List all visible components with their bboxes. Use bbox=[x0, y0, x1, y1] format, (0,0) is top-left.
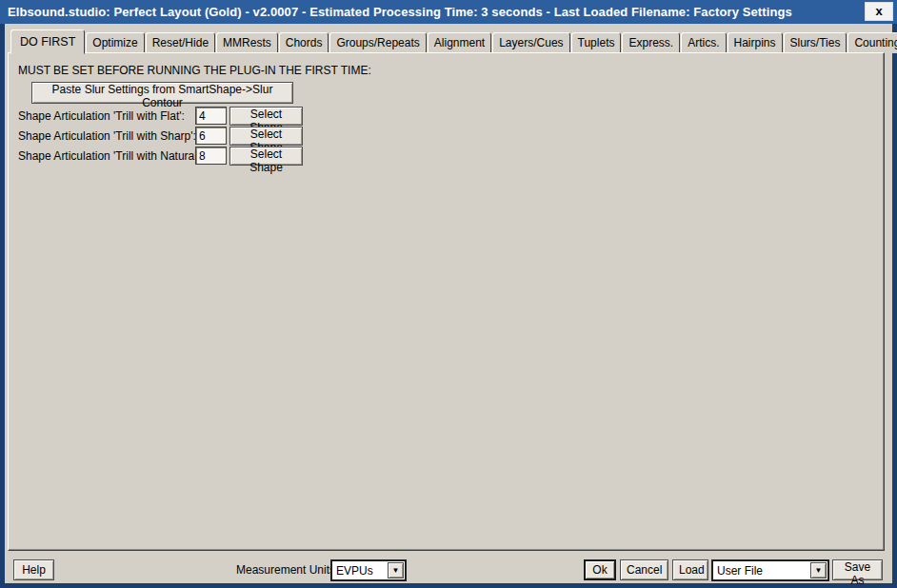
trill-with-flat-label: Shape Articulation 'Trill with Flat': bbox=[18, 109, 185, 123]
settings-file-select[interactable]: User File ▼ bbox=[711, 559, 829, 581]
trill-with-natural-input[interactable] bbox=[195, 147, 227, 165]
trill-with-sharp-row: Shape Articulation 'Trill with Sharp': S… bbox=[9, 127, 884, 146]
ok-button[interactable]: Ok bbox=[584, 559, 616, 580]
measurement-units-value: EVPUs bbox=[336, 564, 388, 578]
tab-layers-cues[interactable]: Layers/Cues bbox=[492, 32, 569, 53]
measurement-units-select[interactable]: EVPUs ▼ bbox=[330, 559, 407, 581]
tab-hairpins[interactable]: Hairpins bbox=[728, 32, 783, 53]
tab-express[interactable]: Express. bbox=[622, 32, 680, 53]
window-title: Elbsound.studio: Perfect Layout (Gold) -… bbox=[8, 5, 792, 19]
trill-with-natural-label: Shape Articulation 'Trill with Natural': bbox=[18, 149, 203, 163]
tab-chords[interactable]: Chords bbox=[279, 32, 329, 53]
tab-optimize[interactable]: Optimize bbox=[86, 32, 144, 53]
tab-alignment[interactable]: Alignment bbox=[428, 32, 491, 53]
do-first-panel: MUST BE SET BEFORE RUNNING THE PLUG-IN T… bbox=[8, 52, 885, 551]
trill-with-sharp-select-shape-button[interactable]: Select Shape bbox=[229, 127, 303, 146]
close-button[interactable]: x bbox=[865, 2, 893, 21]
tab-groups-repeats[interactable]: Groups/Repeats bbox=[329, 32, 426, 53]
tab-do-first[interactable]: DO FIRST bbox=[10, 29, 85, 54]
trill-with-flat-select-shape-button[interactable]: Select Shape bbox=[229, 107, 303, 126]
tab-mmrests[interactable]: MMRests bbox=[216, 32, 278, 53]
trill-with-flat-input[interactable] bbox=[195, 107, 227, 125]
trill-with-sharp-input[interactable] bbox=[195, 127, 227, 145]
tab-slurs-ties[interactable]: Slurs/Ties bbox=[784, 32, 847, 53]
plugin-dialog-window: Elbsound.studio: Perfect Layout (Gold) -… bbox=[0, 0, 897, 588]
cancel-button[interactable]: Cancel bbox=[620, 559, 668, 580]
measurement-units-label: Measurement Units: bbox=[236, 563, 338, 577]
load-button[interactable]: Load bbox=[672, 559, 708, 580]
trill-with-natural-row: Shape Articulation 'Trill with Natural':… bbox=[9, 147, 884, 166]
chevron-down-icon[interactable]: ▼ bbox=[388, 562, 404, 578]
chevron-down-icon[interactable]: ▼ bbox=[810, 562, 827, 578]
tab-counting[interactable]: Counting bbox=[847, 32, 897, 53]
settings-file-value: User File bbox=[717, 564, 810, 578]
tab-tuplets[interactable]: Tuplets bbox=[571, 32, 622, 53]
trill-with-sharp-label: Shape Articulation 'Trill with Sharp': bbox=[18, 129, 196, 143]
paste-slur-settings-button[interactable]: Paste Slur Settings from SmartShape->Slu… bbox=[31, 82, 293, 104]
trill-with-flat-row: Shape Articulation 'Trill with Flat': Se… bbox=[9, 107, 884, 126]
tab-artics[interactable]: Artics. bbox=[681, 32, 726, 53]
save-as-button[interactable]: Save As bbox=[832, 559, 883, 580]
trill-with-natural-select-shape-button[interactable]: Select Shape bbox=[229, 147, 303, 166]
dialog-content: DO FIRST Optimize Reset/Hide MMRests Cho… bbox=[5, 24, 892, 583]
tab-reset-hide[interactable]: Reset/Hide bbox=[146, 32, 215, 53]
help-button[interactable]: Help bbox=[13, 559, 54, 580]
close-icon: x bbox=[875, 4, 882, 18]
titlebar: Elbsound.studio: Perfect Layout (Gold) -… bbox=[0, 0, 897, 24]
tab-strip: DO FIRST Optimize Reset/Hide MMRests Cho… bbox=[10, 29, 890, 53]
panel-heading: MUST BE SET BEFORE RUNNING THE PLUG-IN T… bbox=[18, 64, 371, 77]
